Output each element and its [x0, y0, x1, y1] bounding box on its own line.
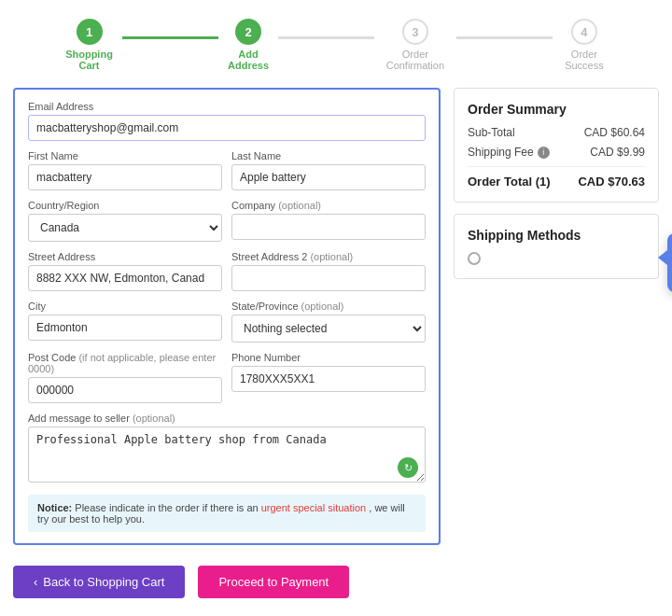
last-name-input[interactable] [231, 164, 426, 190]
line-1-2 [122, 36, 218, 39]
step-2-circle: 2 [235, 19, 261, 45]
message-label: Add message to seller (optional) [28, 413, 426, 424]
notice-text-part1: Please indicate in the order if there is… [75, 502, 260, 513]
city-label: City [28, 301, 222, 312]
step-2-label: Add Address [218, 49, 278, 71]
main-layout: Email Address First Name Last Name Count… [0, 80, 672, 554]
country-select[interactable]: Canada [28, 214, 222, 242]
phone-group: Phone Number [231, 352, 426, 403]
message-icon: ↻ [398, 457, 418, 478]
postcode-input[interactable] [28, 377, 222, 403]
name-row: First Name Last Name [28, 150, 426, 200]
first-name-label: First Name [28, 150, 222, 161]
shipping-methods-box: Shipping Methods Please enter one correc… [454, 214, 659, 279]
state-select[interactable]: Nothing selected [231, 315, 426, 343]
street-label: Street Address [28, 251, 222, 262]
step-3: 3 Order Confirmation [374, 19, 456, 71]
phone-input[interactable] [231, 366, 426, 392]
step-1-label: Shopping Cart [56, 49, 122, 71]
company-group: Company (optional) [231, 200, 426, 242]
step-3-label: Order Confirmation [374, 49, 456, 71]
right-panel: Order Summary Sub-Total CAD $60.64 Shipp… [454, 88, 659, 545]
first-name-group: First Name [28, 150, 222, 190]
subtotal-row: Sub-Total CAD $60.64 [468, 126, 645, 139]
street-group: Street Address [28, 251, 222, 291]
subtotal-value: CAD $60.64 [584, 126, 645, 139]
shipping-fee-label: Shipping Fee i [468, 146, 550, 159]
proceed-to-payment-button[interactable]: Proceed to Payment [198, 566, 349, 598]
email-field-group: Email Address [28, 101, 426, 141]
step-4-label: Order Success [553, 49, 616, 71]
progress-bar: 1 Shopping Cart 2 Add Address 3 Order Co… [0, 0, 672, 80]
step-2: 2 Add Address [218, 19, 278, 71]
order-total-value: CAD $70.63 [578, 175, 645, 189]
shipping-methods-title: Shipping Methods [468, 228, 645, 243]
postcode-phone-row: Post Code (if not applicable, please ent… [28, 352, 426, 413]
order-summary-box: Order Summary Sub-Total CAD $60.64 Shipp… [454, 88, 659, 203]
city-input[interactable] [28, 315, 222, 341]
country-group: Country/Region Canada [28, 200, 222, 242]
step-3-circle: 3 [402, 19, 428, 45]
line-2-3 [278, 36, 374, 39]
step-1: 1 Shopping Cart [56, 19, 122, 71]
street-input[interactable] [28, 265, 222, 291]
step-1-circle: 1 [77, 19, 103, 45]
street2-group: Street Address 2 (optional) [231, 251, 426, 291]
order-total-label: Order Total (1) [468, 175, 551, 189]
email-input[interactable] [28, 115, 426, 141]
city-state-row: City State/Province (optional) Nothing s… [28, 301, 426, 352]
country-company-row: Country/Region Canada Company (optional) [28, 200, 426, 251]
email-label: Email Address [28, 101, 426, 112]
state-group: State/Province (optional) Nothing select… [231, 301, 426, 343]
last-name-group: Last Name [231, 150, 426, 190]
shipping-fee-row: Shipping Fee i CAD $9.99 [468, 146, 645, 159]
message-group: Add message to seller (optional) Profess… [28, 413, 426, 485]
back-arrow-icon: ‹ [34, 575, 37, 589]
subtotal-label: Sub-Total [468, 126, 515, 139]
notice-box: Notice: Please indicate in the order if … [28, 495, 426, 532]
postcode-group: Post Code (if not applicable, please ent… [28, 352, 222, 403]
step-4: 4 Order Success [553, 19, 616, 71]
order-summary-title: Order Summary [468, 102, 645, 117]
message-wrapper: Professional Apple battery shop from Can… [28, 427, 426, 485]
back-to-cart-button[interactable]: ‹ Back to Shopping Cart [13, 566, 185, 598]
company-input[interactable] [231, 214, 426, 240]
street-row: Street Address Street Address 2 (optiona… [28, 251, 426, 301]
company-label: Company (optional) [231, 200, 426, 211]
last-name-label: Last Name [231, 150, 426, 161]
country-label: Country/Region [28, 200, 222, 211]
order-total-row: Order Total (1) CAD $70.63 [468, 175, 645, 189]
notice-highlight-urgent: urgent special situation [261, 502, 367, 513]
summary-divider [468, 166, 645, 167]
street2-input[interactable] [231, 265, 426, 291]
state-label: State/Province (optional) [231, 301, 426, 312]
shipping-info-icon[interactable]: i [538, 147, 550, 159]
step-4-circle: 4 [571, 19, 597, 45]
notice-title: Notice: [37, 502, 72, 513]
postcode-label: Post Code (if not applicable, please ent… [28, 352, 222, 374]
phone-label: Phone Number [231, 352, 426, 363]
message-textarea[interactable]: Professional Apple battery shop from Can… [28, 427, 426, 483]
shipping-radio[interactable] [468, 252, 481, 265]
line-3-4 [456, 36, 553, 39]
shipping-fee-value: CAD $9.99 [590, 146, 645, 159]
city-group: City [28, 301, 222, 343]
shipping-tooltip: Please enter one correct shipping addres… [667, 233, 672, 292]
street2-label: Street Address 2 (optional) [231, 251, 426, 262]
shipping-radio-row [468, 252, 645, 265]
bottom-buttons: ‹ Back to Shopping Cart Proceed to Payme… [0, 554, 672, 608]
first-name-input[interactable] [28, 164, 222, 190]
form-panel: Email Address First Name Last Name Count… [13, 88, 441, 545]
